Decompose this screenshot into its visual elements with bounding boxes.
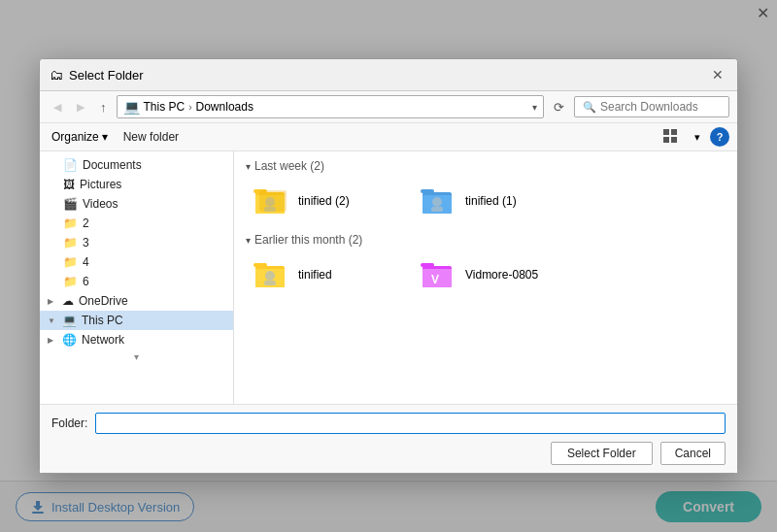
dialog-title-left: 🗂 Select Folder [50, 67, 144, 83]
folder6-icon: 📁 [63, 275, 78, 288]
select-folder-dialog: 🗂 Select Folder ✕ ◀ ▶ ↑ 💻 This PC › Down… [39, 58, 738, 474]
svg-rect-4 [671, 137, 677, 143]
documents-icon: 📄 [63, 158, 78, 172]
breadcrumb-thispc: This PC [144, 100, 186, 114]
refresh-button[interactable]: ⟳ [548, 97, 570, 117]
tinified2-icon [253, 184, 290, 217]
sidebar-label-folder6: 6 [83, 275, 89, 288]
sidebar-item-folder4[interactable]: 📁 4 [40, 252, 233, 272]
organize-arrow: ▾ [102, 130, 108, 144]
breadcrumb-separator: › [188, 102, 191, 113]
section-expand-earlier[interactable]: ▾ [246, 235, 251, 246]
up-button[interactable]: ↑ [94, 97, 113, 117]
view-arrow-button[interactable]: ▾ [689, 128, 706, 147]
section-last-week: ▾ Last week (2) [246, 159, 726, 173]
sidebar-item-videos[interactable]: 🎬 Videos [40, 194, 233, 214]
svg-rect-18 [253, 263, 267, 267]
svg-point-14 [432, 197, 442, 207]
onedrive-icon: ☁ [62, 294, 74, 308]
last-week-grid: tinified (2) tinified (1) [246, 181, 726, 221]
select-folder-button[interactable]: Select Folder [551, 442, 653, 465]
toolbar-left: Organize ▾ New folder [48, 128, 183, 146]
dialog-body: 📄 Documents 🖼 Pictures 🎬 Videos 📁 2 📁 [40, 151, 737, 404]
svg-rect-10 [259, 190, 287, 212]
dialog-close-button[interactable]: ✕ [708, 65, 727, 84]
folder-tinified-2[interactable]: tinified (2) [246, 181, 401, 221]
breadcrumb-icon: 💻 [123, 99, 140, 115]
breadcrumb-downloads: Downloads [196, 100, 253, 114]
view-icon [663, 129, 679, 143]
vidmore-icon: V [421, 258, 457, 291]
sidebar-label-network: Network [82, 333, 124, 347]
folder-label: Folder: [51, 416, 87, 430]
breadcrumb-bar[interactable]: 💻 This PC › Downloads ▾ [117, 95, 545, 118]
sidebar-item-folder3[interactable]: 📁 3 [40, 233, 233, 252]
expand-thispc: ▼ [48, 316, 57, 325]
cancel-button[interactable]: Cancel [660, 442, 726, 465]
sidebar-label-folder4: 4 [83, 255, 89, 269]
toolbar-right: ▾ ? [658, 126, 729, 148]
folder-label-tinified2: tinified (2) [298, 194, 350, 208]
organize-button[interactable]: Organize ▾ [48, 128, 112, 146]
dialog-title-text: Select Folder [69, 68, 144, 83]
folder-label-tinified1: tinified (1) [465, 194, 517, 208]
folder-label-tinified: tinified [298, 268, 332, 282]
svg-text:V: V [431, 273, 439, 286]
section-earlier-month: ▾ Earlier this month (2) [246, 233, 726, 247]
sidebar-scroll-down[interactable]: ▾ [40, 349, 233, 364]
folder-label-vidmore: Vidmore-0805 [465, 268, 538, 282]
folder-tinified[interactable]: tinified [246, 254, 401, 295]
svg-point-19 [265, 271, 275, 281]
videos-icon: 🎬 [63, 197, 78, 211]
sidebar-item-network[interactable]: ▶ 🌐 Network [40, 330, 233, 349]
folder-tinified-1[interactable]: tinified (1) [413, 181, 568, 221]
view-toggle-button[interactable] [658, 126, 685, 148]
organize-toolbar: Organize ▾ New folder ▾ ? [40, 123, 737, 151]
svg-rect-20 [264, 281, 276, 285]
expand-network: ▶ [48, 336, 57, 345]
back-button[interactable]: ◀ [48, 98, 67, 116]
breadcrumb-dropdown-arrow[interactable]: ▾ [532, 102, 537, 113]
sidebar-label-documents: Documents [83, 158, 142, 172]
new-folder-button[interactable]: New folder [119, 128, 183, 146]
search-input[interactable] [600, 100, 721, 114]
section-expand-lastweek[interactable]: ▾ [246, 161, 251, 172]
sidebar-label-pictures: Pictures [80, 178, 121, 191]
forward-button[interactable]: ▶ [71, 98, 90, 116]
folder3-icon: 📁 [63, 236, 78, 249]
svg-rect-1 [663, 129, 669, 135]
sidebar-item-pictures[interactable]: 🖼 Pictures [40, 175, 233, 194]
sidebar-label-folder3: 3 [83, 236, 89, 249]
dialog-titlebar: 🗂 Select Folder ✕ [40, 59, 737, 91]
nav-toolbar: ◀ ▶ ↑ 💻 This PC › Downloads ▾ ⟳ 🔍 [40, 91, 737, 123]
dialog-title-icon: 🗂 [50, 67, 63, 83]
sidebar-label-onedrive: OneDrive [79, 294, 128, 308]
sidebar-item-folder6[interactable]: 📁 6 [40, 272, 233, 291]
help-button[interactable]: ? [710, 127, 729, 147]
folder-vidmore[interactable]: V Vidmore-0805 [413, 254, 568, 295]
dialog-footer: Folder: Select Folder Cancel [40, 404, 737, 473]
folder-input[interactable] [95, 413, 726, 434]
sidebar: 📄 Documents 🖼 Pictures 🎬 Videos 📁 2 📁 [40, 151, 234, 404]
dialog-buttons: Select Folder Cancel [51, 442, 726, 465]
sidebar-item-thispc[interactable]: ▼ 💻 This PC [40, 311, 233, 330]
folder-input-row: Folder: [51, 413, 726, 434]
svg-rect-23 [421, 263, 434, 267]
folder4-icon: 📁 [63, 255, 78, 269]
sidebar-label-videos: Videos [83, 197, 118, 211]
dialog-overlay: 🗂 Select Folder ✕ ◀ ▶ ↑ 💻 This PC › Down… [0, 0, 777, 532]
sidebar-item-onedrive[interactable]: ▶ ☁ OneDrive [40, 291, 233, 311]
sidebar-label-thispc: This PC [82, 314, 123, 327]
sidebar-item-documents[interactable]: 📄 Documents [40, 155, 233, 175]
tinified-icon [253, 258, 290, 291]
search-icon: 🔍 [583, 101, 596, 114]
svg-rect-13 [421, 189, 434, 193]
sidebar-item-folder2[interactable]: 📁 2 [40, 214, 233, 233]
search-box: 🔍 [574, 96, 729, 117]
network-icon: 🌐 [62, 333, 77, 347]
svg-rect-2 [671, 129, 677, 135]
earlier-month-grid: tinified V Vidmore-0805 [246, 254, 726, 295]
folder2-icon: 📁 [63, 216, 78, 230]
svg-rect-15 [431, 207, 443, 212]
expand-onedrive: ▶ [48, 297, 57, 306]
